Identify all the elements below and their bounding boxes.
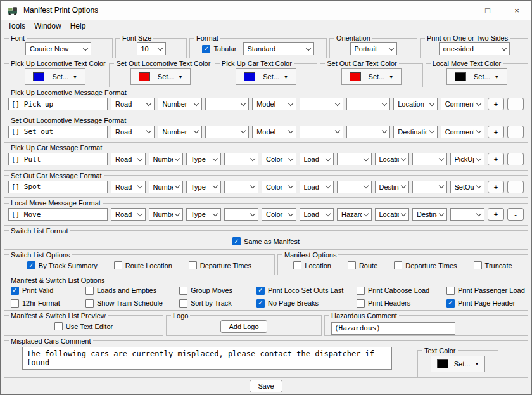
pickup-car-combo-4[interactable]: Color [262, 153, 296, 165]
pickup-car-prefix-field[interactable] [8, 153, 108, 165]
setout-car-combo-3[interactable] [224, 181, 259, 193]
maximize-button[interactable]: □ [473, 1, 502, 20]
hazardous-comment-field[interactable] [331, 322, 455, 335]
local-move-add-button[interactable]: + [488, 208, 504, 221]
setout-car-prefix-field[interactable] [8, 181, 108, 193]
setout-loco-combo-1[interactable]: Number [158, 126, 201, 138]
departure-times-checkbox[interactable]: Departure Times [189, 261, 251, 269]
print-valid-checkbox[interactable]: Print Valid [11, 287, 86, 295]
setout-loco-add-button[interactable]: + [488, 126, 504, 138]
print-page-header-checkbox[interactable]: Print Page Header [446, 299, 525, 308]
truncate-checkbox[interactable]: Truncate [474, 261, 512, 269]
color-set-combo[interactable]: Set... ▼ [158, 73, 183, 81]
pickup-loco-prefix-field[interactable] [8, 98, 108, 110]
setout-car-combo-0[interactable]: Road [111, 181, 146, 193]
setout-car-remove-button[interactable]: - [507, 181, 524, 193]
pickup-loco-combo-1[interactable]: Number [158, 98, 201, 110]
setout-car-combo-9[interactable]: SetOut Msg [450, 181, 485, 193]
same-as-manifest-checkbox[interactable]: Same as Manifest [232, 237, 300, 245]
local-move-remove-button[interactable]: - [507, 208, 524, 221]
setout-car-combo-4[interactable]: Color [262, 181, 296, 193]
setout-loco-combo-4[interactable] [300, 126, 343, 138]
pickup-car-combo-3[interactable] [224, 153, 259, 165]
departure-times-checkbox[interactable]: Departure Times [394, 261, 457, 269]
pickup-car-combo-2[interactable]: Type [186, 153, 221, 165]
setout-car-add-button[interactable]: + [488, 181, 504, 193]
local-move-combo-2[interactable]: Type [186, 208, 221, 221]
print-loco-set-outs-last-checkbox[interactable]: Print Loco Set Outs Last [256, 287, 357, 295]
print-headers-checkbox[interactable]: Print Headers [357, 299, 446, 308]
menu-help[interactable]: Help [66, 21, 91, 31]
pickup-car-combo-6[interactable] [337, 153, 372, 165]
setout-loco-combo-5[interactable] [346, 126, 390, 138]
pickup-car-combo-8[interactable] [412, 153, 447, 165]
pickup-loco-combo-0[interactable]: Road [111, 98, 155, 110]
route-checkbox[interactable]: Route [348, 261, 377, 269]
orientation-combo[interactable]: Portrait [350, 42, 397, 55]
setout-loco-combo-2[interactable] [205, 126, 249, 138]
color-set-combo[interactable]: Set... ▼ [52, 73, 77, 81]
loads-and-empties-checkbox[interactable]: Loads and Empties [86, 287, 179, 295]
local-move-combo-8[interactable]: Destination [412, 208, 447, 221]
sort-by-track-checkbox[interactable]: Sort by Track [179, 299, 256, 308]
save-button[interactable]: Save [250, 380, 282, 392]
pickup-car-combo-9[interactable]: PickUp Msg [450, 153, 485, 165]
setout-car-combo-1[interactable]: Number [149, 181, 184, 193]
route-location-checkbox[interactable]: Route Location [114, 261, 172, 269]
tabular-checkbox[interactable]: Tabular [202, 45, 236, 53]
close-button[interactable]: × [502, 1, 531, 20]
pickup-car-combo-5[interactable]: Load [300, 153, 334, 165]
setout-loco-combo-0[interactable]: Road [111, 126, 155, 138]
setout-loco-remove-button[interactable]: - [507, 126, 524, 138]
format-combo[interactable]: Standard [243, 42, 314, 55]
setout-car-combo-5[interactable]: Load [300, 181, 334, 193]
setout-loco-combo-6[interactable]: Destination [393, 126, 437, 138]
local-move-combo-6[interactable]: Hazardous [337, 208, 372, 221]
misplaced-comment-textarea[interactable]: The following cars are currently misplac… [22, 347, 392, 370]
local-move-combo-1[interactable]: Number [149, 208, 184, 221]
local-move-prefix-field[interactable] [8, 208, 108, 221]
setout-car-combo-2[interactable]: Type [186, 181, 221, 193]
color-set-combo[interactable]: Set... ▼ [369, 73, 394, 81]
setout-loco-combo-7[interactable]: Comment [441, 126, 484, 138]
setout-loco-combo-3[interactable]: Model [252, 126, 296, 138]
pickup-loco-combo-7[interactable]: Comment [441, 98, 484, 110]
setout-car-combo-6[interactable] [337, 181, 372, 193]
print-sides-combo[interactable]: one-sided [439, 42, 510, 55]
pickup-car-remove-button[interactable]: - [507, 153, 524, 165]
color-set-combo[interactable]: Set... ▼ [454, 360, 479, 368]
minimize-button[interactable]: — [444, 1, 473, 20]
no-page-breaks-checkbox[interactable]: No Page Breaks [256, 299, 357, 308]
pickup-loco-combo-6[interactable]: Location [393, 98, 437, 110]
local-move-combo-9[interactable] [450, 208, 485, 221]
pickup-loco-add-button[interactable]: + [488, 98, 504, 110]
color-set-combo[interactable]: Set... ▼ [474, 73, 499, 81]
pickup-car-add-button[interactable]: + [488, 153, 504, 165]
by-track-summary-checkbox[interactable]: By Track Summary [27, 261, 98, 269]
local-move-combo-0[interactable]: Road [111, 208, 146, 221]
pickup-car-combo-0[interactable]: Road [111, 153, 146, 165]
location-checkbox[interactable]: Location [293, 261, 331, 269]
add-logo-button[interactable]: Add Logo [220, 320, 267, 333]
pickup-loco-combo-3[interactable]: Model [252, 98, 296, 110]
pickup-loco-combo-5[interactable] [346, 98, 390, 110]
setout-car-combo-7[interactable]: Destination [375, 181, 410, 193]
local-move-combo-5[interactable]: Load [300, 208, 334, 221]
use-text-editor-checkbox[interactable]: Use Text Editor [54, 322, 113, 330]
setout-car-combo-8[interactable] [412, 181, 447, 193]
twelve-hour-format-checkbox[interactable]: 12hr Format [11, 299, 86, 308]
pickup-loco-remove-button[interactable]: - [507, 98, 524, 110]
pickup-loco-combo-4[interactable] [300, 98, 343, 110]
font-combo[interactable]: Courier New [25, 42, 91, 55]
menu-tools[interactable]: Tools [3, 21, 30, 31]
menu-window[interactable]: Window [30, 21, 66, 31]
setout-loco-prefix-field[interactable] [8, 126, 108, 138]
titlebar[interactable]: Manifest Print Options — □ × [1, 1, 531, 20]
color-set-combo[interactable]: Set... ▼ [263, 73, 288, 81]
local-move-combo-7[interactable]: Location [375, 208, 410, 221]
pickup-loco-combo-2[interactable] [205, 98, 249, 110]
local-move-combo-3[interactable] [224, 208, 259, 221]
print-caboose-load-checkbox[interactable]: Print Caboose Load [357, 287, 446, 295]
pickup-car-combo-1[interactable]: Number [149, 153, 184, 165]
pickup-car-combo-7[interactable]: Location [375, 153, 410, 165]
